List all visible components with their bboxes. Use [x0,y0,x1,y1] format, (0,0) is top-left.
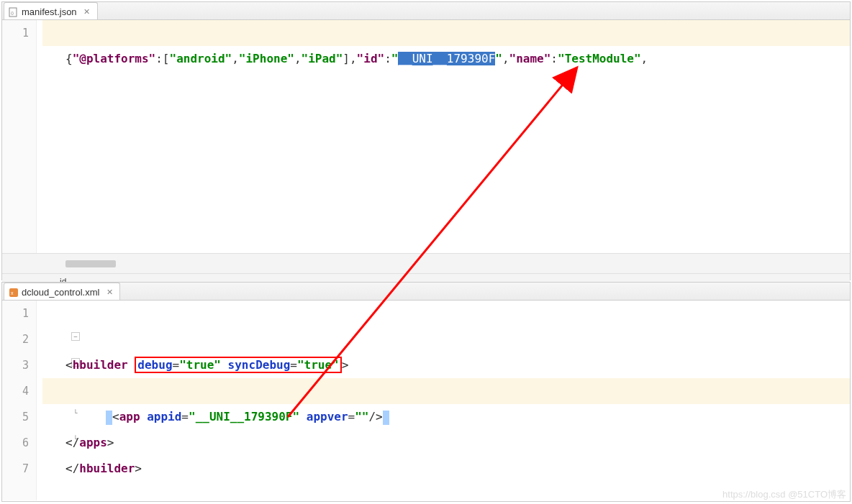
code-area[interactable]: − − └ └ <hbuilder debug="true" syncDebug… [37,301,850,500]
tab-manifest-json[interactable]: {} manifest.json ✕ [4,2,98,19]
xml-file-icon: x [9,288,19,298]
code-line: {"@platforms":["android","iPhone","iPad"… [42,20,850,46]
line-number: 5 [2,404,29,430]
tab-label: manifest.json [22,6,77,17]
close-icon[interactable]: ✕ [105,288,114,297]
tab-bar: {} manifest.json ✕ [2,2,850,20]
scroll-thumb[interactable] [65,260,116,267]
code-line: <app appid="__UNI__179390F" appver=""/> [42,378,850,404]
svg-text:x: x [11,290,14,295]
code-line: <hbuilder debug="true" syncDebug="true"> [42,326,850,352]
watermark-text: https://blog.csd @51CTO博客 [722,488,846,501]
code-editor[interactable]: 1 {"@platforms":["android","iPhone","iPa… [2,20,850,253]
code-line [42,456,850,482]
code-editor[interactable]: 1 2 3 4 5 6 7 − − └ └ <hbuilder debug="t… [2,301,850,500]
code-area[interactable]: {"@platforms":["android","iPhone","iPad"… [37,20,850,253]
tab-bar: x dcloud_control.xml ✕ [2,283,850,301]
line-number: 2 [2,326,29,352]
line-number: 4 [2,378,29,404]
close-icon[interactable]: ✕ [83,8,91,17]
svg-text:{}: {} [11,11,14,15]
json-file-icon: {} [9,7,19,17]
tab-label: dcloud_control.xml [22,287,99,298]
line-number: 1 [2,20,29,46]
line-number: 6 [2,430,29,456]
line-number: 3 [2,352,29,378]
line-gutter: 1 2 3 4 5 6 7 [2,301,37,500]
line-number: 1 [2,301,29,326]
code-line: </apps> [42,404,850,430]
horizontal-scrollbar[interactable] [2,253,850,273]
code-line: <apps> [42,352,850,378]
tab-dcloud-control-xml[interactable]: x dcloud_control.xml ✕ [4,283,120,300]
top-editor-pane: {} manifest.json ✕ 1 {"@platforms":["and… [1,1,851,280]
bottom-editor-pane: x dcloud_control.xml ✕ 1 2 3 4 5 6 7 − −… [1,282,851,502]
code-line: </hbuilder> [42,430,850,456]
line-number: 7 [2,456,29,482]
line-gutter: 1 [2,20,37,253]
selected-id-value: __UNI__179390F [398,52,495,65]
code-line [42,301,850,326]
